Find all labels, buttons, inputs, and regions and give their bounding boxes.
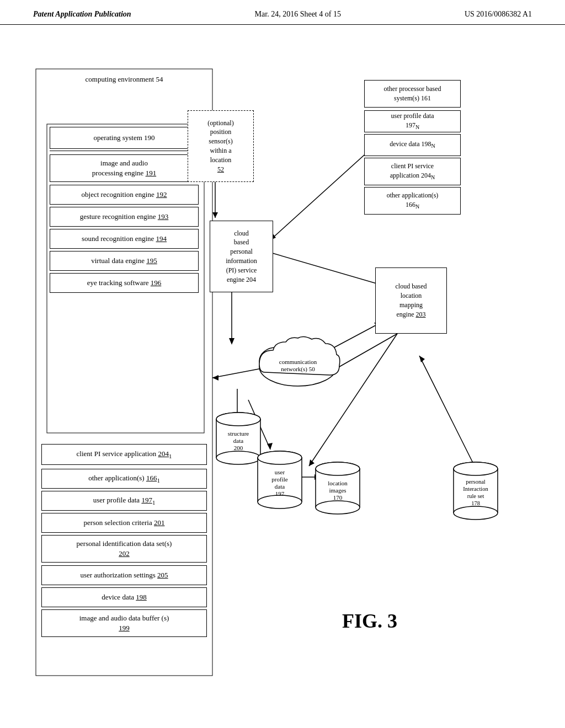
svg-marker-21 bbox=[309, 459, 315, 466]
user-auth-box: user authorization settings 205 bbox=[41, 565, 207, 585]
svg-text:rule set: rule set bbox=[467, 493, 484, 499]
client-pi-box: client PI service application 2041 bbox=[41, 444, 207, 465]
svg-point-71 bbox=[454, 462, 498, 475]
page-header: Patent Application Publication Mar. 24, … bbox=[0, 0, 565, 25]
svg-text:data: data bbox=[233, 437, 243, 444]
object-recognition-box: object recognition engine 192 bbox=[50, 185, 199, 205]
computing-env-label: computing environment 54 bbox=[39, 72, 210, 87]
structure-data-cylinder: structure data 200 bbox=[215, 411, 262, 466]
svg-text:images: images bbox=[329, 487, 346, 494]
svg-point-43 bbox=[216, 413, 260, 426]
svg-marker-25 bbox=[419, 356, 425, 362]
other-app-box: other application(s) 1661 bbox=[41, 469, 207, 489]
fig-label: FIG. 3 bbox=[342, 609, 397, 633]
personal-id-box: personal identification data set(s)202 bbox=[41, 535, 207, 563]
client-pi-n-box: client PI serviceapplication 204N bbox=[364, 158, 461, 185]
cloud-mapping-box: cloud basedlocationmappingengine 203 bbox=[375, 267, 447, 334]
user-profile-n-box: user profile data197N bbox=[364, 110, 461, 132]
svg-line-24 bbox=[419, 356, 480, 477]
svg-text:personal: personal bbox=[466, 479, 486, 485]
patent-number-label: US 2016/0086382 A1 bbox=[465, 10, 532, 19]
image-audio-box: image and audioprocessing engine 191 bbox=[50, 154, 199, 182]
svg-point-51 bbox=[258, 495, 302, 508]
svg-marker-5 bbox=[229, 338, 234, 345]
date-sheet-label: Mar. 24, 2016 Sheet 4 of 15 bbox=[255, 10, 341, 19]
user-profile-cylinder: user profile data 197 bbox=[257, 449, 303, 510]
svg-point-52 bbox=[258, 451, 302, 464]
communication-network-cloud: communication network(s) 50 bbox=[254, 334, 342, 394]
svg-text:Interaction: Interaction bbox=[463, 486, 488, 492]
svg-text:profile: profile bbox=[271, 476, 287, 483]
svg-text:network(s) 50: network(s) 50 bbox=[281, 366, 315, 373]
personal-interaction-cylinder: personal Interaction rule set 178 bbox=[452, 461, 499, 521]
svg-marker-3 bbox=[212, 212, 218, 218]
other-app-n-box: other application(s)166N bbox=[364, 187, 461, 215]
cloud-pi-box: cloudbasedpersonalinformation(PI) servic… bbox=[210, 221, 273, 292]
svg-text:user: user bbox=[275, 469, 285, 475]
device-data-n-box: device data 198N bbox=[364, 134, 461, 156]
other-processor-box: other processor basedsystem(s) 161 bbox=[364, 80, 461, 108]
eye-tracking-box: eye tracking software 196 bbox=[50, 273, 199, 293]
position-sensor-box: (optional)positionsensor(s)within alocat… bbox=[188, 110, 254, 182]
svg-text:200: 200 bbox=[234, 445, 243, 451]
svg-text:178: 178 bbox=[471, 500, 480, 506]
svg-text:location: location bbox=[328, 480, 348, 486]
location-images-cylinder: location images 170 bbox=[315, 461, 361, 516]
publication-label: Patent Application Publication bbox=[33, 10, 131, 19]
user-profile-data-1-box: user profile data 1971 bbox=[41, 491, 207, 511]
svg-point-62 bbox=[316, 462, 360, 475]
svg-text:structure: structure bbox=[228, 430, 249, 437]
svg-marker-15 bbox=[212, 375, 218, 381]
diagram-area: computing environment 54 operating syste… bbox=[0, 25, 565, 714]
operating-system-box: operating system 190 bbox=[50, 127, 199, 149]
svg-text:197: 197 bbox=[275, 490, 285, 497]
person-selection-box: person selection criteria 201 bbox=[41, 513, 207, 533]
svg-text:data: data bbox=[275, 483, 285, 490]
sound-recognition-box: sound recognition engine 194 bbox=[50, 229, 199, 249]
svg-text:170: 170 bbox=[333, 494, 343, 501]
image-audio-buffer-box: image and audio data buffer (s)199 bbox=[41, 609, 207, 637]
svg-point-42 bbox=[216, 451, 260, 464]
svg-point-61 bbox=[316, 501, 360, 514]
virtual-data-box: virtual data engine 195 bbox=[50, 251, 199, 271]
gesture-recognition-box: gesture recognition engine 193 bbox=[50, 207, 199, 227]
svg-text:communication: communication bbox=[279, 358, 317, 365]
svg-marker-17 bbox=[267, 443, 273, 449]
svg-point-70 bbox=[454, 506, 498, 520]
device-data-1-box: device data 198 bbox=[41, 587, 207, 607]
